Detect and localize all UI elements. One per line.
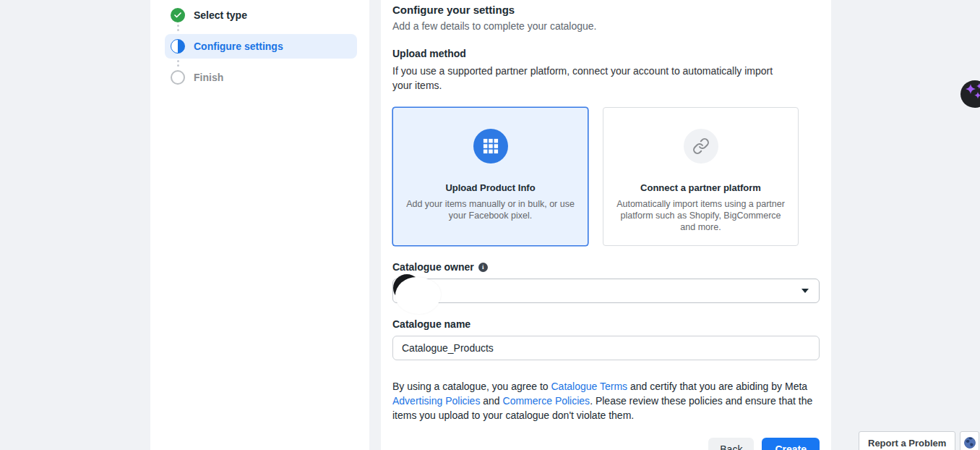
check-icon — [171, 8, 185, 22]
step-select-type[interactable]: Select type — [165, 7, 357, 23]
step-label: Select type — [194, 9, 247, 21]
upload-method-label: Upload method — [392, 48, 820, 59]
upload-method-cards: Upload Product Info Add your items manua… — [392, 107, 820, 246]
configure-settings-panel: Configure your settings Add a few detail… — [381, 0, 831, 450]
advertising-policies-link[interactable]: Advertising Policies — [392, 395, 480, 407]
card-description: Add your items manually or in bulk, or u… — [402, 198, 579, 221]
commerce-policies-link[interactable]: Commerce Policies — [503, 395, 590, 407]
catalogue-name-input[interactable] — [392, 336, 820, 360]
catalogue-owner-select[interactable] — [392, 279, 820, 303]
empty-circle-icon — [171, 70, 185, 85]
catalogue-terms-link[interactable]: Catalogue Terms — [551, 381, 627, 392]
catalogue-owner-label: Catalogue owner — [392, 261, 474, 273]
step-label: Finish — [194, 72, 223, 83]
page-subtitle: Add a few details to complete your catal… — [392, 20, 820, 32]
step-finish[interactable]: Finish — [165, 69, 357, 85]
card-title: Upload Product Info — [445, 182, 535, 193]
step-configure-settings[interactable]: Configure settings — [165, 34, 357, 59]
stepper-sidebar: Select type Configure settings Finish — [150, 0, 369, 450]
card-connect-partner-platform[interactable]: Connect a partner platform Automatically… — [603, 107, 799, 246]
legal-text: By using a catalogue, you agree to Catal… — [392, 379, 820, 423]
caret-down-icon — [801, 289, 809, 293]
legal-segment: and certify that you are abiding by Meta — [627, 381, 807, 392]
assistant-fab[interactable] — [960, 80, 980, 108]
step-label: Configure settings — [194, 41, 283, 52]
report-a-problem-button[interactable]: Report a Problem — [859, 431, 955, 450]
back-button[interactable]: Back — [708, 438, 754, 450]
catalogue-wizard-page: Select type Configure settings Finish Co… — [0, 0, 980, 450]
card-description: Automatically import items using a partn… — [612, 198, 789, 233]
card-title: Connect a partner platform — [640, 182, 761, 193]
card-upload-product-info[interactable]: Upload Product Info Add your items manua… — [392, 107, 588, 246]
legal-segment: and — [480, 395, 502, 407]
footer-actions: Back Create — [392, 438, 820, 450]
info-icon[interactable]: i — [478, 263, 488, 272]
step-connector — [177, 60, 357, 68]
half-filled-circle-icon — [171, 39, 185, 54]
create-button[interactable]: Create — [762, 438, 820, 450]
globe-icon[interactable] — [960, 431, 979, 450]
link-icon — [684, 129, 718, 164]
legal-segment: By using a catalogue, you agree to — [392, 381, 551, 392]
catalogue-name-label: Catalogue name — [392, 318, 470, 330]
grid-icon — [473, 129, 508, 164]
report-group: Report a Problem — [859, 431, 979, 450]
step-connector — [177, 25, 357, 33]
page-title: Configure your settings — [392, 4, 820, 16]
sparkles-icon — [963, 82, 980, 106]
redaction-blob — [395, 277, 441, 314]
upload-method-description: If you use a supported partner platform,… — [392, 64, 788, 93]
